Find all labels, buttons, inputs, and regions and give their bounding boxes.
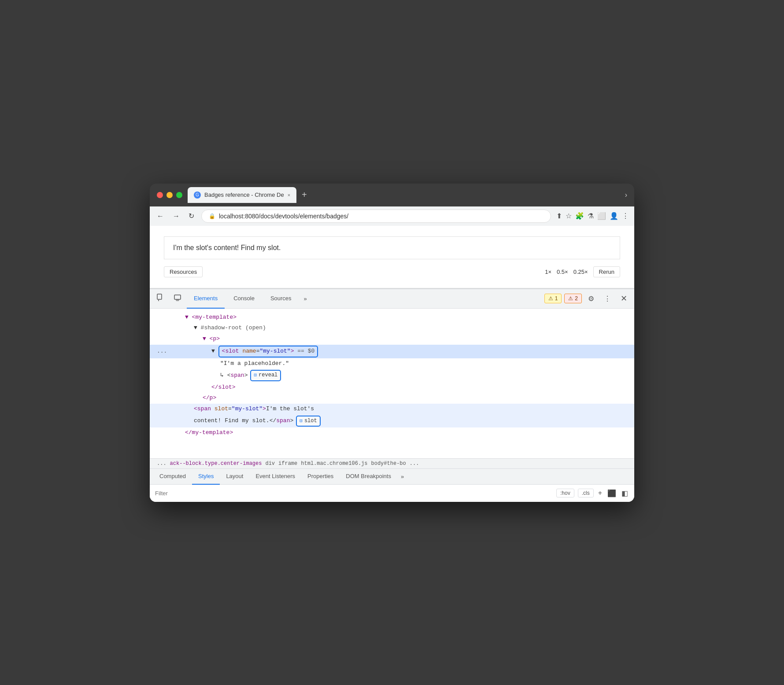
devtools-close-button[interactable]: ✕ (617, 291, 631, 306)
tag-p-close: </p> (203, 394, 216, 401)
url-actions: ⬆ ☆ 🧩 ⚗ ⬜ 👤 ⋮ (556, 212, 629, 220)
tab-console[interactable]: Console (226, 289, 262, 309)
dt-badges: ⚠ 1 ⚠ 2 ⚙ ⋮ ✕ (544, 291, 631, 306)
slot-badge[interactable]: ⊡ slot (296, 416, 320, 427)
tag-span-with-reveal: ↳ <span> (220, 371, 248, 380)
forward-button[interactable]: → (171, 210, 181, 222)
panel-tab-dom-breakpoints[interactable]: DOM Breakpoints (340, 469, 397, 485)
tab-menu-button[interactable]: › (625, 191, 627, 199)
filter-bar: :hov .cls + ⬛ ◧ (150, 484, 634, 502)
tablet-icon[interactable]: ⬜ (597, 212, 606, 220)
dom-dots: ... (157, 347, 167, 356)
page-content: I'm the slot's content! Find my slot. Re… (150, 226, 634, 288)
reveal-badge-label: reveal (259, 371, 277, 379)
browser-window: G Badges reference - Chrome De × + › ← →… (150, 184, 634, 502)
zoom-1x-button[interactable]: 1× (545, 269, 551, 275)
breadcrumb-item-1[interactable]: ack--block.type.center-images (170, 460, 262, 467)
refresh-button[interactable]: ↻ (187, 210, 196, 222)
warning-badge[interactable]: ⚠ 1 (544, 294, 562, 303)
dom-line-span-reveal[interactable]: ↳ <span> ⊡ reveal (150, 369, 634, 382)
tab-area: G Badges reference - Chrome De × + (188, 187, 620, 203)
share-icon[interactable]: ⬆ (556, 212, 562, 220)
filter-input[interactable] (155, 490, 551, 497)
filter-tool-button[interactable]: ⬛ (606, 488, 617, 498)
tab-elements[interactable]: Elements (187, 289, 225, 309)
slot-badge-label: slot (304, 417, 317, 425)
span-slot-tag: <span slot="my-slot">I'm the slot's (194, 405, 314, 412)
dom-line-span-slot-content[interactable]: content! Find my slot.</span> ⊡ slot (150, 415, 634, 427)
flask-icon[interactable]: ⚗ (588, 212, 594, 220)
breadcrumb-item-5[interactable]: body#the-bo (371, 460, 406, 467)
devtools-panel: Elements Console Sources » ⚠ 1 ⚠ 2 ⚙ ⋮ (150, 288, 634, 502)
tag-slot-close: </slot> (211, 384, 236, 390)
more-icon[interactable]: ⋮ (622, 212, 629, 220)
error-count: 2 (575, 295, 578, 302)
settings-button[interactable]: ⚙ (584, 292, 598, 306)
warning-count: 1 (555, 295, 558, 302)
zoom-05x-button[interactable]: 0.5× (557, 269, 568, 275)
panel-tabs: Computed Styles Layout Event Listeners P… (150, 468, 634, 484)
extensions-icon[interactable]: 🧩 (575, 212, 584, 220)
dom-line-slot-close[interactable]: </slot> (150, 382, 634, 393)
slot-tag: ▼ <slot name="my-slot"> == $0 (211, 346, 318, 357)
dom-line-p-close[interactable]: </p> (150, 393, 634, 404)
back-button[interactable]: ← (155, 210, 166, 222)
panel-tab-layout[interactable]: Layout (220, 469, 249, 485)
panel-tab-event-listeners[interactable]: Event Listeners (249, 469, 301, 485)
dom-line-shadow-root[interactable]: ▼ #shadow-root (open) (150, 323, 634, 334)
placeholder-text: "I'm a placeholder." (220, 360, 289, 367)
new-tab-button[interactable]: + (298, 188, 311, 202)
tab-favicon: G (194, 192, 201, 199)
filter-actions: :hov .cls + ⬛ ◧ (556, 488, 629, 498)
filter-cls-button[interactable]: .cls (578, 489, 594, 497)
devtools-more-button[interactable]: ⋮ (600, 292, 614, 306)
filter-add-button[interactable]: + (597, 488, 603, 498)
url-bar[interactable]: 🔒 localhost:8080/docs/devtools/elements/… (201, 210, 551, 223)
filter-hov-button[interactable]: :hov (556, 489, 574, 497)
reveal-badge[interactable]: ⊡ reveal (250, 370, 281, 381)
url-text: localhost:8080/docs/devtools/elements/ba… (219, 213, 544, 220)
dom-line-p-open[interactable]: ▼ <p> (150, 334, 634, 345)
active-tab[interactable]: G Badges reference - Chrome De × (188, 187, 296, 203)
bookmark-icon[interactable]: ☆ (566, 212, 572, 220)
breadcrumb-item-2[interactable]: div (265, 460, 275, 467)
device-toolbar-button[interactable] (170, 291, 185, 306)
dom-line-span-slot[interactable]: <span slot="my-slot">I'm the slot's (150, 404, 634, 415)
panel-tabs-more-button[interactable]: » (397, 471, 407, 482)
breadcrumb-dots-start: ... (157, 460, 166, 467)
zoom-025x-button[interactable]: 0.25× (573, 269, 588, 275)
profile-icon[interactable]: 👤 (610, 212, 618, 220)
resources-button[interactable]: Resources (164, 266, 203, 277)
rerun-button[interactable]: Rerun (593, 266, 620, 277)
lock-icon: 🔒 (209, 213, 215, 219)
svg-rect-2 (176, 300, 179, 301)
breadcrumb-item-3[interactable]: iframe (278, 460, 297, 467)
traffic-lights (157, 192, 182, 198)
dom-line-slot[interactable]: ... ▼ <slot name="my-slot"> == $0 (150, 345, 634, 358)
maximize-traffic-light[interactable] (176, 192, 182, 198)
error-badge[interactable]: ⚠ 2 (564, 294, 582, 303)
panel-tab-styles[interactable]: Styles (192, 469, 220, 485)
dom-line-placeholder: "I'm a placeholder." (150, 358, 634, 369)
title-bar: G Badges reference - Chrome De × + › (150, 184, 634, 206)
tab-sources[interactable]: Sources (263, 289, 299, 309)
panel-tab-properties[interactable]: Properties (301, 469, 340, 485)
breadcrumb-bar: ... ack--block.type.center-images div if… (150, 458, 634, 468)
dom-line-my-template-close[interactable]: </my-template> (150, 427, 634, 438)
panel-tab-computed[interactable]: Computed (153, 469, 192, 485)
tab-close-button[interactable]: × (288, 192, 290, 198)
more-tabs-button[interactable]: » (300, 293, 311, 305)
slot-text: I'm the slot's content! Find my slot. (173, 244, 281, 251)
svg-rect-0 (157, 294, 162, 299)
devtools-toolbar: Elements Console Sources » ⚠ 1 ⚠ 2 ⚙ ⋮ (150, 289, 634, 309)
tab-title: Badges reference - Chrome De (204, 192, 284, 198)
shadow-root-text: ▼ #shadow-root (open) (194, 324, 266, 331)
dom-line-my-template[interactable]: ▼ <my-template> (150, 312, 634, 323)
close-traffic-light[interactable] (157, 192, 163, 198)
breadcrumb-item-4[interactable]: html.mac.chrome106.js (301, 460, 367, 467)
minimize-traffic-light[interactable] (166, 192, 173, 198)
svg-rect-1 (174, 295, 181, 299)
page-toolbar: Resources 1× 0.5× 0.25× Rerun (164, 266, 620, 277)
filter-sidebar-button[interactable]: ◧ (621, 488, 629, 498)
inspect-element-button[interactable] (153, 291, 168, 306)
